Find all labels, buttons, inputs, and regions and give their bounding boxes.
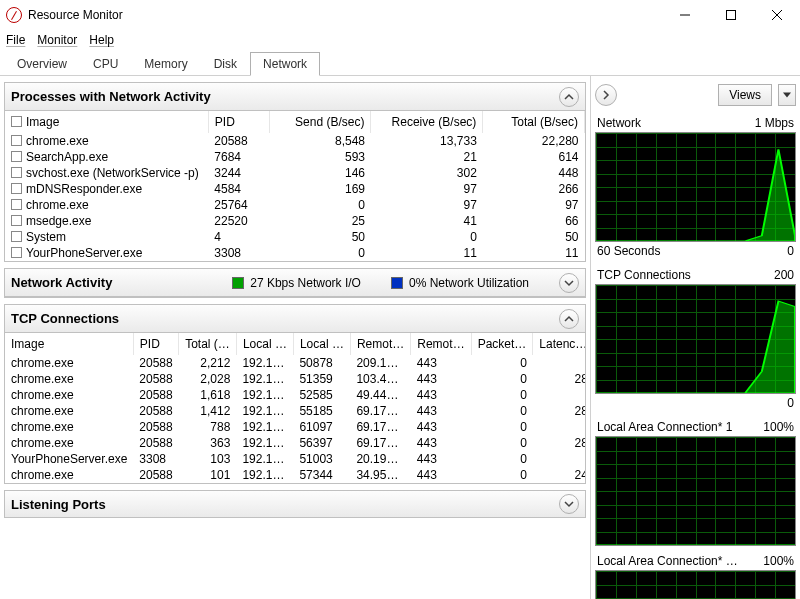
table-row[interactable]: mDNSResponder.exe458416997266: [5, 181, 585, 197]
legend-util: 0% Network Utilization: [391, 276, 529, 290]
chart-block: Network1 Mbps60 Seconds0: [595, 114, 796, 260]
views-button[interactable]: Views: [718, 84, 772, 106]
col-pid[interactable]: PID: [208, 111, 269, 133]
col-laddr[interactable]: Local …: [236, 333, 293, 355]
chart-xright: 0: [787, 244, 794, 258]
chart-title: Local Area Connection* 1: [597, 420, 732, 434]
col-send[interactable]: Send (B/sec): [269, 111, 371, 133]
checkbox-icon[interactable]: [11, 167, 22, 178]
expand-icon[interactable]: [559, 273, 579, 293]
chart-max: 100%: [763, 554, 794, 568]
chart-max: 200: [774, 268, 794, 282]
processes-table: Image PID Send (B/sec) Receive (B/sec) T…: [5, 111, 585, 261]
checkbox-icon[interactable]: [11, 199, 22, 210]
table-row[interactable]: chrome.exe205882,212192.1…50878209.1…443…: [5, 355, 585, 371]
svg-marker-4: [783, 93, 791, 98]
chart-max: 100%: [763, 420, 794, 434]
table-row[interactable]: chrome.exe205881,412192.1…5518569.17…443…: [5, 403, 585, 419]
titlebar: Resource Monitor: [0, 0, 800, 30]
panel-activity-title: Network Activity: [11, 275, 112, 290]
menubar: File Monitor Help: [0, 30, 800, 50]
tab-cpu[interactable]: CPU: [80, 52, 131, 76]
tab-disk[interactable]: Disk: [201, 52, 250, 76]
panel-listening-header[interactable]: Listening Ports: [4, 490, 586, 518]
col-lport[interactable]: Local …: [293, 333, 350, 355]
panel-processes: Processes with Network Activity Image PI…: [4, 82, 586, 262]
collapse-icon[interactable]: [559, 87, 579, 107]
table-row[interactable]: YourPhoneServer.exe330801111: [5, 245, 585, 261]
table-row[interactable]: chrome.exe205888,54813,73322,280: [5, 133, 585, 149]
menu-help[interactable]: Help: [89, 33, 114, 47]
chart-xright: 0: [787, 396, 794, 410]
tabstrip: Overview CPU Memory Disk Network: [0, 50, 800, 76]
content-area: Processes with Network Activity Image PI…: [0, 76, 800, 599]
chart-max: 1 Mbps: [755, 116, 794, 130]
legend-io-swatch: [232, 277, 244, 289]
table-row[interactable]: chrome.exe205882,028192.1…51359103.4…443…: [5, 371, 585, 387]
window-buttons: [662, 0, 800, 30]
expand-icon[interactable]: [559, 494, 579, 514]
chart-canvas: [595, 132, 796, 242]
col-lat[interactable]: Latenc…: [533, 333, 585, 355]
chart-block: Local Area Connection* …100%: [595, 552, 796, 599]
panel-tcp-title: TCP Connections: [11, 311, 119, 326]
tab-memory[interactable]: Memory: [131, 52, 200, 76]
panel-processes-header[interactable]: Processes with Network Activity: [5, 83, 585, 111]
right-header: Views: [595, 82, 796, 108]
chart-block: Local Area Connection* 1100%: [595, 418, 796, 546]
checkbox-icon[interactable]: [11, 116, 22, 127]
panel-tcp: TCP Connections Image PID Total (… Local…: [4, 304, 586, 484]
panel-listening-title: Listening Ports: [11, 497, 106, 512]
legend-util-text: 0% Network Utilization: [409, 276, 529, 290]
left-column: Processes with Network Activity Image PI…: [0, 76, 590, 599]
panel-processes-body: Image PID Send (B/sec) Receive (B/sec) T…: [5, 111, 585, 261]
views-dropdown-icon[interactable]: [778, 84, 796, 106]
minimize-button[interactable]: [662, 0, 708, 30]
checkbox-icon[interactable]: [11, 247, 22, 258]
table-row[interactable]: msedge.exe22520254166: [5, 213, 585, 229]
close-button[interactable]: [754, 0, 800, 30]
panel-tcp-body[interactable]: Image PID Total (… Local … Local … Remot…: [5, 333, 585, 483]
chart-title: Local Area Connection* …: [597, 554, 738, 568]
panel-tcp-header[interactable]: TCP Connections: [5, 305, 585, 333]
table-row[interactable]: chrome.exe2576409797: [5, 197, 585, 213]
checkbox-icon[interactable]: [11, 135, 22, 146]
chart-canvas: [595, 570, 796, 599]
menu-file[interactable]: File: [6, 33, 25, 47]
collapse-icon[interactable]: [559, 309, 579, 329]
app-icon: [6, 7, 22, 23]
svg-marker-6: [596, 301, 795, 393]
table-row[interactable]: chrome.exe20588101192.1…5734434.95…44302…: [5, 467, 585, 483]
col-recv[interactable]: Receive (B/sec): [371, 111, 483, 133]
menu-monitor[interactable]: Monitor: [37, 33, 77, 47]
panel-activity: Network Activity 27 Kbps Network I/O 0% …: [4, 268, 586, 298]
table-row[interactable]: System450050: [5, 229, 585, 245]
col-loss[interactable]: Packet…: [471, 333, 533, 355]
table-row[interactable]: svchost.exe (NetworkService -p)324414630…: [5, 165, 585, 181]
chart-title: Network: [597, 116, 641, 130]
chevron-right-icon[interactable]: [595, 84, 617, 106]
tab-network[interactable]: Network: [250, 52, 320, 76]
maximize-button[interactable]: [708, 0, 754, 30]
col-rport[interactable]: Remot…: [411, 333, 471, 355]
table-row[interactable]: chrome.exe20588788192.1…6109769.17…4430: [5, 419, 585, 435]
col-total[interactable]: Total (…: [179, 333, 237, 355]
checkbox-icon[interactable]: [11, 183, 22, 194]
col-raddr[interactable]: Remot…: [350, 333, 410, 355]
col-image[interactable]: Image: [5, 111, 208, 133]
checkbox-icon[interactable]: [11, 215, 22, 226]
table-row[interactable]: chrome.exe205881,618192.1…5258549.44…443…: [5, 387, 585, 403]
checkbox-icon[interactable]: [11, 231, 22, 242]
chart-canvas: [595, 284, 796, 394]
tab-overview[interactable]: Overview: [4, 52, 80, 76]
col-image[interactable]: Image: [5, 333, 133, 355]
table-row[interactable]: YourPhoneServer.exe3308103192.1…5100320.…: [5, 451, 585, 467]
panel-activity-header[interactable]: Network Activity 27 Kbps Network I/O 0% …: [5, 269, 585, 297]
panel-processes-title: Processes with Network Activity: [11, 89, 211, 104]
checkbox-icon[interactable]: [11, 151, 22, 162]
col-total[interactable]: Total (B/sec): [483, 111, 585, 133]
table-row[interactable]: SearchApp.exe768459321614: [5, 149, 585, 165]
col-pid[interactable]: PID: [133, 333, 178, 355]
window-title: Resource Monitor: [28, 8, 123, 22]
table-row[interactable]: chrome.exe20588363192.1…5639769.17…44302…: [5, 435, 585, 451]
